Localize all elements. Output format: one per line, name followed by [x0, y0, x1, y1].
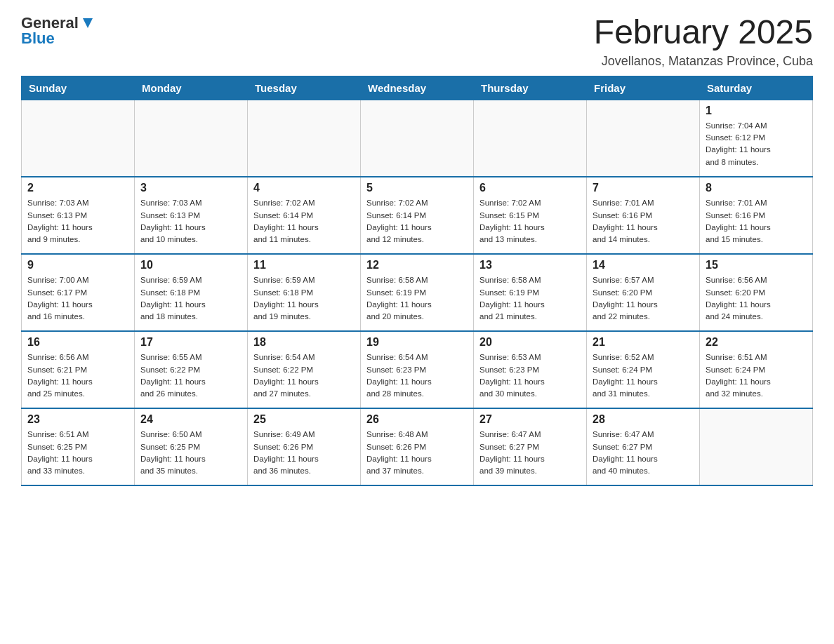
title-block: February 2025 Jovellanos, Matanzas Provi… — [594, 14, 813, 69]
calendar-week-1: 1Sunrise: 7:04 AM Sunset: 6:12 PM Daylig… — [22, 100, 813, 177]
calendar-cell: 26Sunrise: 6:48 AM Sunset: 6:26 PM Dayli… — [361, 408, 474, 485]
day-number: 5 — [366, 182, 468, 194]
day-number: 20 — [479, 336, 581, 349]
day-number: 11 — [253, 259, 355, 271]
day-number: 17 — [140, 336, 241, 349]
svg-marker-0 — [83, 18, 93, 28]
calendar-header-saturday: Saturday — [700, 76, 813, 100]
day-info: Sunrise: 6:52 AM Sunset: 6:24 PM Dayligh… — [593, 351, 694, 400]
day-info: Sunrise: 6:59 AM Sunset: 6:18 PM Dayligh… — [140, 274, 241, 323]
day-info: Sunrise: 6:50 AM Sunset: 6:25 PM Dayligh… — [140, 429, 241, 477]
calendar-cell: 25Sunrise: 6:49 AM Sunset: 6:26 PM Dayli… — [248, 408, 361, 485]
calendar-cell: 19Sunrise: 6:54 AM Sunset: 6:23 PM Dayli… — [361, 331, 474, 408]
calendar-header-wednesday: Wednesday — [361, 76, 474, 100]
calendar-cell — [248, 100, 361, 177]
calendar-cell — [22, 100, 135, 177]
calendar-cell: 17Sunrise: 6:55 AM Sunset: 6:22 PM Dayli… — [135, 331, 248, 408]
logo-blue-text: Blue — [21, 29, 55, 48]
calendar-cell: 24Sunrise: 6:50 AM Sunset: 6:25 PM Dayli… — [135, 408, 248, 485]
day-info: Sunrise: 6:56 AM Sunset: 6:20 PM Dayligh… — [706, 274, 807, 323]
day-number: 28 — [593, 413, 694, 426]
calendar-header-friday: Friday — [587, 76, 700, 100]
day-number: 22 — [706, 336, 807, 349]
calendar-header-tuesday: Tuesday — [248, 76, 361, 100]
day-info: Sunrise: 7:01 AM Sunset: 6:16 PM Dayligh… — [706, 197, 807, 246]
day-info: Sunrise: 6:51 AM Sunset: 6:25 PM Dayligh… — [27, 429, 128, 477]
calendar-cell: 9Sunrise: 7:00 AM Sunset: 6:17 PM Daylig… — [22, 254, 135, 331]
day-info: Sunrise: 7:03 AM Sunset: 6:13 PM Dayligh… — [27, 197, 128, 246]
day-number: 4 — [253, 182, 355, 194]
calendar-cell: 23Sunrise: 6:51 AM Sunset: 6:25 PM Dayli… — [22, 408, 135, 485]
calendar-cell — [135, 100, 248, 177]
calendar-cell: 14Sunrise: 6:57 AM Sunset: 6:20 PM Dayli… — [587, 254, 700, 331]
day-number: 13 — [479, 259, 581, 271]
day-number: 14 — [593, 259, 694, 271]
calendar-cell — [700, 408, 813, 485]
calendar-cell: 16Sunrise: 6:56 AM Sunset: 6:21 PM Dayli… — [22, 331, 135, 408]
day-number: 10 — [140, 259, 241, 271]
day-info: Sunrise: 7:02 AM Sunset: 6:15 PM Dayligh… — [479, 197, 581, 246]
calendar-cell: 8Sunrise: 7:01 AM Sunset: 6:16 PM Daylig… — [700, 177, 813, 254]
day-number: 27 — [479, 413, 581, 426]
day-number: 8 — [706, 182, 807, 194]
day-info: Sunrise: 6:53 AM Sunset: 6:23 PM Dayligh… — [479, 351, 581, 400]
day-number: 21 — [593, 336, 694, 349]
calendar-cell: 1Sunrise: 7:04 AM Sunset: 6:12 PM Daylig… — [700, 100, 813, 177]
calendar-cell: 20Sunrise: 6:53 AM Sunset: 6:23 PM Dayli… — [474, 331, 587, 408]
day-number: 7 — [593, 182, 694, 194]
day-number: 24 — [140, 413, 241, 426]
calendar-cell: 10Sunrise: 6:59 AM Sunset: 6:18 PM Dayli… — [135, 254, 248, 331]
day-number: 15 — [706, 259, 807, 271]
day-number: 1 — [706, 105, 807, 117]
day-info: Sunrise: 7:02 AM Sunset: 6:14 PM Dayligh… — [366, 197, 468, 246]
calendar-header: SundayMondayTuesdayWednesdayThursdayFrid… — [22, 76, 813, 100]
calendar-cell: 13Sunrise: 6:58 AM Sunset: 6:19 PM Dayli… — [474, 254, 587, 331]
calendar-header-thursday: Thursday — [474, 76, 587, 100]
day-info: Sunrise: 6:47 AM Sunset: 6:27 PM Dayligh… — [593, 429, 694, 477]
day-number: 19 — [366, 336, 468, 349]
day-info: Sunrise: 6:47 AM Sunset: 6:27 PM Dayligh… — [479, 429, 581, 477]
day-info: Sunrise: 6:58 AM Sunset: 6:19 PM Dayligh… — [479, 274, 581, 323]
calendar-cell: 7Sunrise: 7:01 AM Sunset: 6:16 PM Daylig… — [587, 177, 700, 254]
calendar-cell: 27Sunrise: 6:47 AM Sunset: 6:27 PM Dayli… — [474, 408, 587, 485]
day-info: Sunrise: 6:57 AM Sunset: 6:20 PM Dayligh… — [593, 274, 694, 323]
day-number: 23 — [27, 413, 128, 426]
calendar-header-monday: Monday — [135, 76, 248, 100]
day-info: Sunrise: 6:48 AM Sunset: 6:26 PM Dayligh… — [366, 429, 468, 477]
calendar-cell: 28Sunrise: 6:47 AM Sunset: 6:27 PM Dayli… — [587, 408, 700, 485]
day-number: 16 — [27, 336, 128, 349]
day-number: 25 — [253, 413, 355, 426]
calendar-cell: 6Sunrise: 7:02 AM Sunset: 6:15 PM Daylig… — [474, 177, 587, 254]
calendar-cell: 22Sunrise: 6:51 AM Sunset: 6:24 PM Dayli… — [700, 331, 813, 408]
day-number: 26 — [366, 413, 468, 426]
calendar-week-3: 9Sunrise: 7:00 AM Sunset: 6:17 PM Daylig… — [22, 254, 813, 331]
calendar-cell: 3Sunrise: 7:03 AM Sunset: 6:13 PM Daylig… — [135, 177, 248, 254]
day-info: Sunrise: 6:58 AM Sunset: 6:19 PM Dayligh… — [366, 274, 468, 323]
calendar-cell: 2Sunrise: 7:03 AM Sunset: 6:13 PM Daylig… — [22, 177, 135, 254]
day-info: Sunrise: 6:56 AM Sunset: 6:21 PM Dayligh… — [27, 351, 128, 400]
calendar-subtitle: Jovellanos, Matanzas Province, Cuba — [594, 54, 813, 69]
day-number: 9 — [27, 259, 128, 271]
logo: General Blue — [21, 14, 95, 48]
calendar-cell — [587, 100, 700, 177]
day-info: Sunrise: 7:03 AM Sunset: 6:13 PM Dayligh… — [140, 197, 241, 246]
day-info: Sunrise: 6:51 AM Sunset: 6:24 PM Dayligh… — [706, 351, 807, 400]
calendar-cell: 12Sunrise: 6:58 AM Sunset: 6:19 PM Dayli… — [361, 254, 474, 331]
calendar-cell — [361, 100, 474, 177]
logo-triangle-icon — [80, 15, 95, 31]
day-number: 6 — [479, 182, 581, 194]
page-header: General Blue February 2025 Jovellanos, M… — [21, 14, 813, 69]
day-info: Sunrise: 6:55 AM Sunset: 6:22 PM Dayligh… — [140, 351, 241, 400]
day-number: 12 — [366, 259, 468, 271]
day-info: Sunrise: 7:00 AM Sunset: 6:17 PM Dayligh… — [27, 274, 128, 323]
calendar-cell: 21Sunrise: 6:52 AM Sunset: 6:24 PM Dayli… — [587, 331, 700, 408]
calendar-cell — [474, 100, 587, 177]
calendar-body: 1Sunrise: 7:04 AM Sunset: 6:12 PM Daylig… — [22, 100, 813, 485]
calendar-cell: 4Sunrise: 7:02 AM Sunset: 6:14 PM Daylig… — [248, 177, 361, 254]
day-info: Sunrise: 7:04 AM Sunset: 6:12 PM Dayligh… — [706, 120, 807, 168]
day-info: Sunrise: 7:01 AM Sunset: 6:16 PM Dayligh… — [593, 197, 694, 246]
calendar-week-4: 16Sunrise: 6:56 AM Sunset: 6:21 PM Dayli… — [22, 331, 813, 408]
day-number: 18 — [253, 336, 355, 349]
day-number: 3 — [140, 182, 241, 194]
day-number: 2 — [27, 182, 128, 194]
